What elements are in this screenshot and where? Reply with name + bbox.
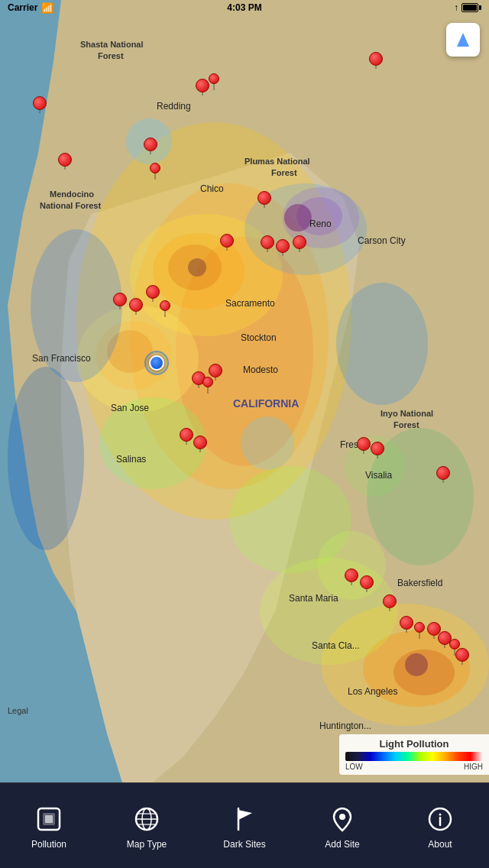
svg-point-12 (393, 649, 455, 695)
map-pin (411, 622, 428, 639)
map-label-inyo2: Forest (393, 420, 419, 429)
map-pin (178, 428, 195, 445)
svg-point-4 (130, 214, 283, 336)
map-label-sanfrancisco: San Francisco (32, 353, 91, 364)
svg-point-5 (153, 233, 244, 309)
svg-point-27 (284, 204, 312, 232)
map-pin (398, 616, 415, 633)
map-label-bakersfield: Bakersfield (397, 578, 442, 588)
svg-point-23 (367, 428, 474, 565)
map-pin (291, 235, 308, 252)
map-container[interactable]: Shasta National Forest Redding Plumas Na… (0, 0, 489, 782)
info-icon (423, 802, 457, 836)
map-pin (368, 52, 384, 69)
map-label-shasta: Shasta National (80, 40, 144, 49)
map-pin (426, 622, 442, 639)
wifi-icon: 📶 (41, 2, 53, 14)
tab-pollution-label: Pollution (31, 839, 66, 850)
map-pin (206, 73, 222, 90)
map-pin (57, 153, 73, 170)
battery-icon (461, 3, 481, 12)
map-pin (369, 442, 386, 458)
compass-button[interactable] (446, 23, 480, 57)
map-legend: Light Pollution LOW HIGH (339, 734, 489, 775)
map-label-inyo: Inyo National (381, 409, 433, 418)
svg-point-17 (344, 436, 405, 497)
map-label-salinas: Salinas (116, 454, 146, 465)
tab-add-site[interactable]: Add Site (293, 796, 391, 856)
tab-add-site-label: Add Site (325, 839, 359, 850)
map-pin (199, 377, 216, 394)
status-bar: Carrier 📶 4:03 PM ↑ (0, 0, 489, 15)
svg-point-2 (130, 183, 329, 489)
map-pin (436, 631, 453, 648)
legal-text[interactable]: Legal (8, 706, 28, 715)
map-pin (128, 298, 144, 315)
svg-point-7 (76, 306, 199, 413)
map-label-modesto: Modesto (243, 364, 278, 375)
legend-high-label: HIGH (464, 763, 483, 771)
tab-dark-sites[interactable]: Dark Sites (196, 796, 293, 856)
tab-map-type[interactable]: Map Type (98, 796, 196, 856)
map-pin (343, 568, 360, 585)
svg-point-25 (229, 466, 351, 573)
tab-about-label: About (428, 839, 452, 850)
svg-point-39 (339, 814, 345, 820)
map-pin (190, 371, 207, 388)
current-location-marker (146, 352, 167, 374)
map-pin (144, 285, 161, 302)
map-pin (256, 191, 273, 208)
flag-icon (228, 802, 261, 836)
map-label-fresno: Fresno (340, 439, 368, 450)
svg-point-22 (336, 283, 428, 405)
svg-point-13 (283, 187, 359, 248)
map-pin (192, 436, 209, 452)
svg-rect-32 (45, 815, 53, 823)
svg-point-19 (31, 229, 122, 382)
svg-point-6 (168, 245, 222, 290)
map-pin (194, 79, 211, 96)
map-label-chico: Chico (200, 183, 224, 194)
svg-point-14 (296, 197, 342, 235)
map-label-california: CALIFORNIA (233, 397, 299, 410)
map-label-shasta2: Forest (98, 51, 124, 60)
svg-point-11 (363, 630, 470, 707)
map-label-mendocino2: National Forest (40, 201, 101, 210)
svg-point-24 (99, 397, 206, 489)
map-label-santamaria: Santa Maria (289, 593, 338, 604)
legend-color-bar (345, 752, 483, 761)
svg-point-21 (244, 183, 367, 275)
svg-point-10 (321, 604, 489, 726)
map-label-reno: Reno (309, 219, 332, 229)
tab-about[interactable]: About (391, 796, 489, 856)
tab-map-type-label: Map Type (127, 839, 167, 850)
location-icon (325, 802, 359, 836)
map-pin (147, 163, 164, 180)
svg-point-3 (176, 237, 313, 466)
map-pin (435, 466, 452, 483)
status-right: ↑ (454, 2, 481, 13)
legend-title: Light Pollution (345, 738, 483, 750)
tab-pollution[interactable]: Pollution (0, 796, 98, 856)
map-pin (454, 648, 471, 665)
svg-point-18 (317, 531, 386, 600)
map-pin (157, 300, 173, 317)
status-left: Carrier 📶 (8, 2, 53, 14)
svg-point-1 (76, 122, 351, 520)
svg-point-8 (96, 321, 172, 390)
svg-point-41 (439, 813, 442, 815)
map-pin (207, 364, 224, 381)
svg-point-9 (107, 330, 153, 373)
map-pin (274, 239, 291, 256)
svg-point-29 (188, 258, 206, 277)
svg-point-28 (405, 653, 428, 676)
map-label-visalia: Visalia (365, 470, 392, 481)
location-arrow-icon: ↑ (454, 2, 458, 13)
map-label-mendocino: Mendocino (50, 189, 94, 199)
map-label-redding: Redding (157, 101, 191, 112)
map-pin (358, 575, 375, 592)
map-pin (381, 594, 398, 611)
map-pin (142, 138, 159, 154)
map-pin (112, 293, 128, 309)
map-label-losangeles: Los Angeles (348, 686, 397, 697)
